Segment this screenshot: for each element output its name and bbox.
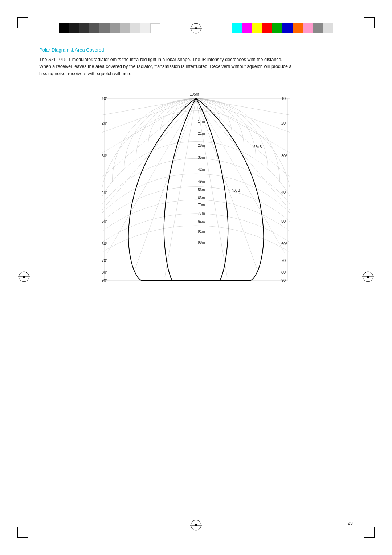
svg-point-11 — [195, 524, 197, 526]
angle-left-90: 90° — [102, 278, 108, 283]
dist-42m: 42m — [198, 167, 205, 171]
dist-77m: 77m — [198, 211, 205, 215]
angle-left-30: 30° — [102, 154, 108, 158]
polar-diagram-container: .grid-line { stroke: #aaa; stroke-width:… — [39, 88, 353, 293]
dist-21m: 21m — [198, 131, 205, 135]
dist-14m: 14m — [198, 119, 205, 123]
dist-28m: 28m — [198, 143, 205, 147]
angle-right-30: 30° — [281, 154, 287, 158]
section-title: Polar Diagram & Area Covered — [39, 47, 353, 53]
main-content: Polar Diagram & Area Covered The SZI 101… — [39, 47, 353, 293]
dist-98m: 98m — [198, 240, 205, 244]
polar-diagram-svg: .grid-line { stroke: #aaa; stroke-width:… — [102, 88, 290, 292]
angle-right-50: 50° — [281, 219, 287, 223]
svg-line-18 — [165, 98, 196, 277]
dist-70m: 70m — [198, 203, 205, 207]
dist-7m: 7m — [198, 108, 203, 112]
svg-point-15 — [195, 27, 197, 29]
svg-line-28 — [102, 98, 196, 189]
dist-63m: 63m — [198, 196, 205, 200]
angle-left-20: 20° — [102, 121, 108, 125]
angle-left-40: 40° — [102, 190, 108, 194]
angle-left-80: 80° — [102, 270, 108, 274]
svg-point-7 — [367, 276, 369, 278]
angle-right-90: 90° — [281, 278, 287, 283]
label-40db: 40dB — [232, 189, 240, 193]
body-text: The SZI 1015-T modulator/radiator emits … — [39, 56, 293, 77]
angle-right-80: 80° — [281, 270, 287, 274]
angle-right-40: 40° — [281, 190, 287, 194]
angle-right-60: 60° — [281, 242, 287, 246]
reg-mark-top-center — [189, 22, 203, 35]
dist-84m: 84m — [198, 220, 205, 224]
angle-left-50: 50° — [102, 219, 108, 223]
top-bar — [0, 22, 392, 35]
color-bar-right — [232, 23, 333, 33]
svg-line-27 — [196, 98, 290, 189]
page-number: 23 — [348, 520, 353, 526]
dist-35m: 35m — [198, 155, 205, 159]
svg-line-24 — [102, 98, 196, 234]
reg-mark-right — [362, 270, 375, 285]
reg-mark-left — [17, 270, 30, 285]
svg-point-3 — [23, 276, 25, 278]
angle-left-60: 60° — [102, 242, 108, 246]
dist-56m: 56m — [198, 188, 205, 192]
crop-mark-bl — [17, 527, 28, 538]
angle-left-70: 70° — [102, 258, 108, 263]
polar-svg-wrapper: .grid-line { stroke: #aaa; stroke-width:… — [102, 88, 290, 293]
angle-right-20: 20° — [281, 121, 287, 125]
angle-left-10: 10° — [102, 96, 108, 101]
svg-line-30 — [102, 98, 196, 159]
angle-right-70: 70° — [281, 258, 287, 263]
angle-right-10: 10° — [281, 96, 287, 101]
label-26db: 26dB — [253, 145, 262, 149]
reg-mark-bottom — [189, 519, 203, 533]
dist-105m: 105m — [190, 92, 199, 96]
dist-91m: 91m — [198, 230, 205, 234]
color-bar-left — [59, 23, 160, 33]
dist-49m: 49m — [198, 179, 205, 183]
svg-line-23 — [196, 98, 290, 234]
svg-line-29 — [196, 98, 290, 159]
crop-mark-br — [364, 527, 375, 538]
